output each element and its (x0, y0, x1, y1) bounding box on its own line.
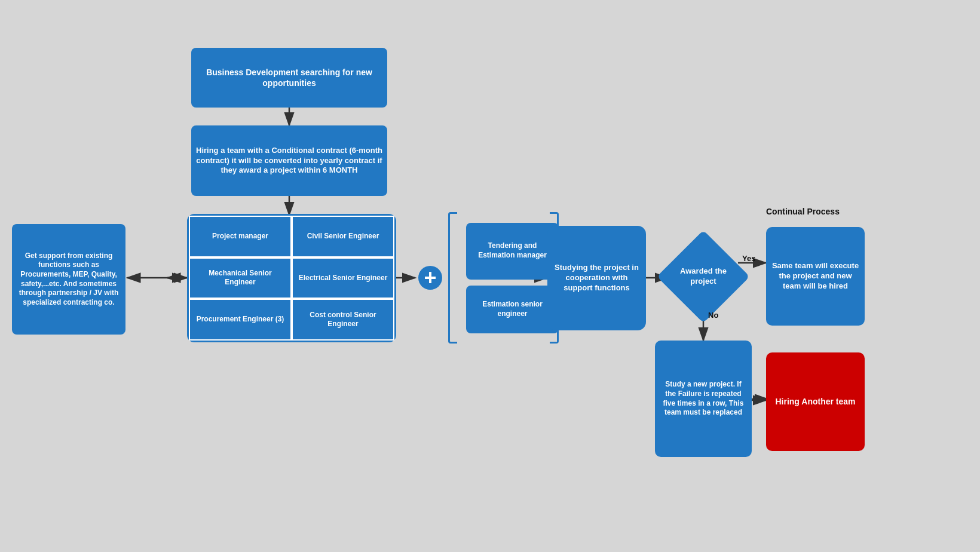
cell-electrical-engineer: Electrical Senior Engineer (292, 257, 394, 299)
same-team-box: Same team will execute the project and n… (766, 227, 865, 326)
another-team-box: Hiring Another team (766, 352, 865, 451)
tendering-manager-box: Tendering and Estimation manager (466, 223, 559, 280)
estimation-engineer-box: Estimation senior engineer (466, 286, 559, 333)
study-new-box: Study a new project. If the Failure is r… (655, 341, 752, 457)
continual-process-label: Continual Process (766, 207, 840, 216)
team-grid: Project manager Civil Senior Engineer Me… (187, 214, 396, 342)
biz-dev-box: Business Development searching for new o… (191, 48, 387, 108)
cell-mechanical-engineer: Mechanical Senior Engineer (189, 257, 292, 299)
cell-civil-engineer: Civil Senior Engineer (292, 216, 394, 257)
cell-cost-control: Cost control Senior Engineer (292, 299, 394, 341)
plus-sign: + (418, 266, 442, 290)
support-functions-box: Get support from existing functions such… (12, 224, 125, 335)
study-project-box: Studying the project in cooperation with… (547, 226, 646, 330)
awarded-diamond-label: Awarded the project (670, 244, 736, 309)
hiring-team-box: Hiring a team with a Conditional contrac… (191, 125, 387, 196)
no-label: No (708, 311, 718, 320)
yes-label: Yes (742, 254, 755, 263)
cell-project-manager: Project manager (189, 216, 292, 257)
cell-procurement-engineer: Procurement Engineer (3) (189, 299, 292, 341)
